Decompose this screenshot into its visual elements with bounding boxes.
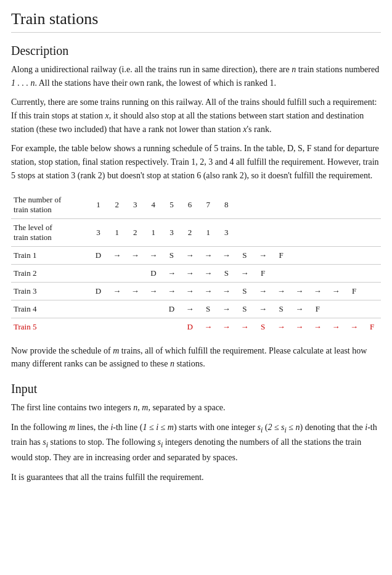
schedule-table-wrap: The number oftrain station 1 2 3 4 5 6 7… — [11, 191, 381, 336]
input-para-2: In the following m lines, the i-th line … — [11, 421, 381, 465]
col-header-label: The number oftrain station — [11, 191, 89, 219]
level-label: The level oftrain station — [11, 218, 89, 246]
input-para-1: The first line contains two integers n, … — [11, 401, 381, 415]
description-para-1: Along a unidirectional railway (i.e. all… — [11, 63, 381, 89]
schedule-table: The number oftrain station 1 2 3 4 5 6 7… — [11, 191, 381, 336]
table-row-train5: Train 5 D → → → S → → → → → F — [11, 318, 381, 336]
table-row-level: The level oftrain station 3 1 2 1 3 2 1 … — [11, 218, 381, 246]
input-heading: Input — [11, 382, 381, 396]
page-title: Train stations — [11, 10, 381, 33]
description-heading: Description — [11, 44, 381, 58]
table-row-train2: Train 2 D → → → S → F — [11, 264, 381, 282]
table-row-train3: Train 3 D → → → → → → → S → → → → → F — [11, 282, 381, 300]
table-row-train4: Train 4 D → S → S → S → F — [11, 300, 381, 318]
input-para-3: It is guarantees that all the trains ful… — [11, 471, 381, 484]
after-table-text: Now provide the schedule of m trains, al… — [11, 344, 381, 371]
description-para-2: Currently, there are some trains running… — [11, 96, 381, 136]
description-para-3: For example, the table below shows a run… — [11, 142, 381, 182]
table-row-train1: Train 1 D → → → S → → → S → F — [11, 246, 381, 264]
table-row-header: The number oftrain station 1 2 3 4 5 6 7… — [11, 191, 381, 219]
